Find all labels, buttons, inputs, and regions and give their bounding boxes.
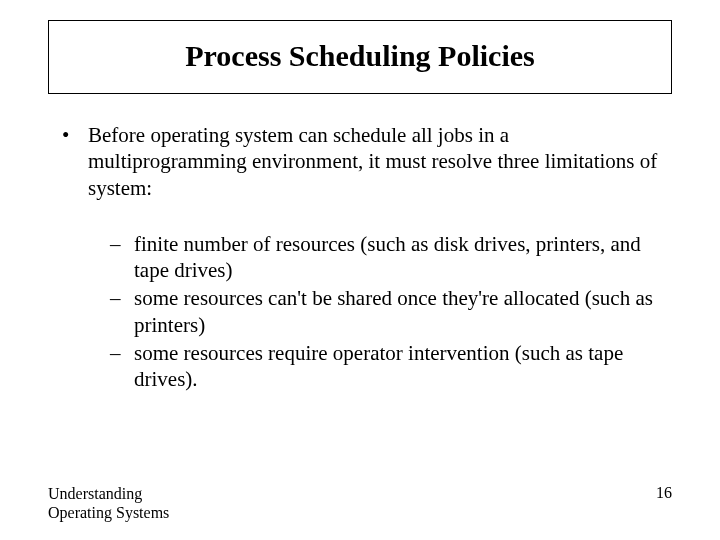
sub-bullet-text: some resources require operator interven… (134, 341, 623, 391)
sub-bullet-text: finite number of resources (such as disk… (134, 232, 641, 282)
sub-bullet-item: finite number of resources (such as disk… (88, 231, 672, 284)
bullet-list: Before operating system can schedule all… (48, 122, 672, 392)
slide-footer: Understanding Operating Systems 16 (48, 484, 672, 522)
bullet-item: Before operating system can schedule all… (48, 122, 672, 392)
slide-title: Process Scheduling Policies (59, 39, 661, 73)
slide-content: Before operating system can schedule all… (48, 122, 672, 392)
sub-bullet-text: some resources can't be shared once they… (134, 286, 653, 336)
title-box: Process Scheduling Policies (48, 20, 672, 94)
bullet-text: Before operating system can schedule all… (88, 123, 657, 200)
sub-bullet-item: some resources require operator interven… (88, 340, 672, 393)
sub-bullet-item: some resources can't be shared once they… (88, 285, 672, 338)
page-number: 16 (656, 484, 672, 502)
footer-source: Understanding Operating Systems (48, 484, 169, 522)
sub-bullet-list: finite number of resources (such as disk… (88, 231, 672, 393)
